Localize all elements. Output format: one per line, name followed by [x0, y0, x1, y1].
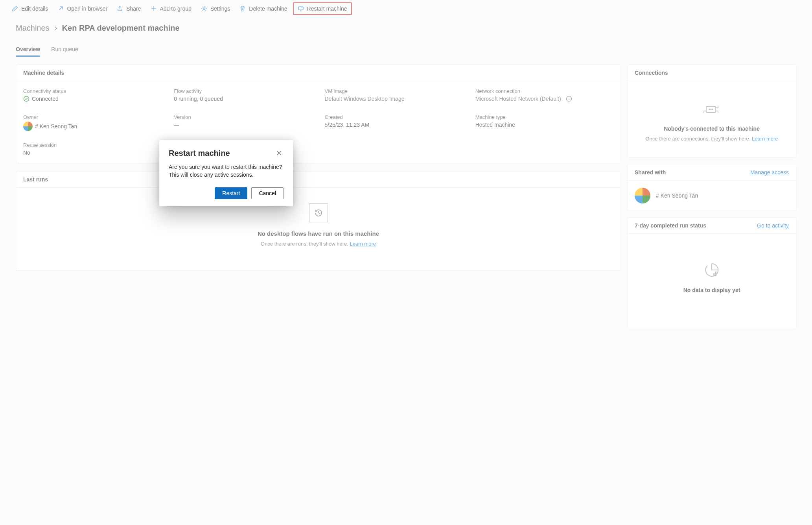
- close-icon: [276, 150, 282, 156]
- restart-confirm-button[interactable]: Restart: [215, 187, 247, 199]
- dialog-title: Restart machine: [169, 149, 230, 158]
- cancel-button[interactable]: Cancel: [251, 187, 284, 199]
- dialog-body-text: Are you sure you want to restart this ma…: [169, 163, 284, 179]
- modal-overlay[interactable]: [0, 0, 812, 525]
- dialog-close-button[interactable]: [275, 149, 284, 157]
- restart-dialog: Restart machine Are you sure you want to…: [159, 140, 293, 206]
